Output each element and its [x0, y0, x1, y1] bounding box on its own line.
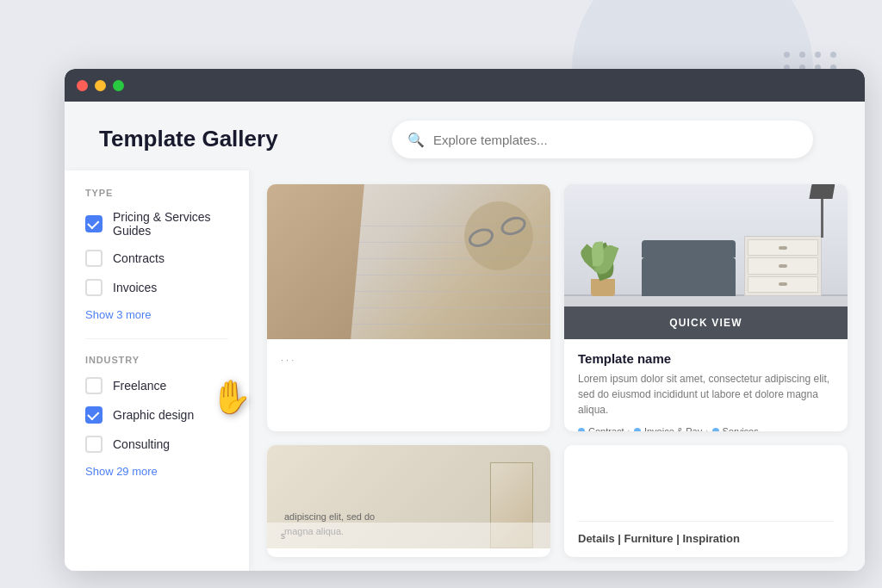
industry-show-more[interactable]: Show 29 more [85, 465, 228, 478]
tag-dot-invoice [634, 428, 641, 431]
browser-content: Template Gallery 🔍 TYPE Pricing & Servic… [65, 102, 865, 571]
drawer-3 [748, 276, 818, 293]
industry-section-label: INDUSTRY [85, 355, 228, 365]
filter-item-graphic-design[interactable]: Graphic design [85, 406, 228, 424]
type-section-label: TYPE [85, 188, 228, 198]
quick-view-label: QUICK VIEW [669, 317, 742, 329]
card-3-image: adipiscing elit, sed domagna aliqua. s [267, 445, 550, 548]
card-4[interactable]: Details | Furniture | Inspiration [564, 445, 848, 557]
main-content: · · · [250, 170, 865, 571]
search-icon: 🔍 [407, 132, 425, 148]
drawer-2 [748, 257, 818, 274]
traffic-light-red[interactable] [77, 80, 88, 91]
quick-view-overlay[interactable]: QUICK VIEW [564, 306, 848, 339]
filter-item-pricing[interactable]: Pricing & Services Guides [85, 210, 228, 238]
dresser-drawers [745, 237, 821, 295]
sofa-back [642, 240, 736, 257]
checkbox-freelance[interactable] [85, 377, 102, 394]
plant-pot [591, 279, 615, 296]
plant-decoration [590, 227, 616, 296]
lamp-pole [821, 190, 823, 238]
search-input[interactable] [433, 133, 798, 147]
page-title: Template Gallery [99, 126, 278, 152]
dresser-decoration [744, 236, 822, 296]
tag-dot-services [712, 428, 719, 431]
card-1-image [267, 184, 550, 339]
type-show-more[interactable]: Show 3 more [85, 308, 228, 321]
card-1[interactable]: · · · [267, 184, 550, 431]
checkbox-pricing[interactable] [85, 215, 102, 232]
filter-label-graphic-design: Graphic design [113, 408, 194, 422]
search-bar: 🔍 [392, 121, 813, 158]
filter-divider [85, 338, 228, 339]
filter-label-freelance: Freelance [113, 379, 166, 393]
checkbox-consulting[interactable] [85, 436, 102, 453]
tag-arrow-1: › [628, 427, 630, 432]
card-2-body: Template name Lorem ipsum dolor sit amet… [564, 339, 848, 431]
tag-arrow-2: › [705, 427, 708, 432]
card-2-tags: Contract › Invoice & Pay › Services [578, 426, 834, 431]
browser-titlebar [65, 69, 865, 102]
tag-invoice: Invoice & Pay [644, 426, 702, 431]
lamp-head [809, 184, 835, 199]
checkbox-graphic-design[interactable] [85, 406, 102, 424]
traffic-light-yellow[interactable] [95, 80, 106, 91]
sofa-decoration [642, 257, 736, 296]
filter-panel: TYPE Pricing & Services Guides Contracts… [65, 170, 250, 571]
card-4-label: Details | Furniture | Inspiration [578, 521, 834, 545]
card-3[interactable]: adipiscing elit, sed domagna aliqua. s [267, 445, 550, 557]
plant-leaves [581, 227, 624, 279]
checkbox-invoices[interactable] [85, 279, 102, 296]
filter-label-pricing: Pricing & Services Guides [113, 210, 228, 238]
tag-services: Services [723, 426, 759, 431]
tag-dot-contract [578, 428, 585, 431]
filter-item-invoices[interactable]: Invoices [85, 279, 228, 296]
card-2-image: QUICK VIEW [564, 184, 848, 339]
filter-label-consulting: Consulting [113, 437, 170, 451]
card-2-description: Lorem ipsum dolor sit amet, consectetur … [578, 371, 834, 418]
checkbox-contracts[interactable] [85, 250, 102, 267]
filter-label-invoices: Invoices [113, 281, 157, 294]
card-2[interactable]: QUICK VIEW Template name Lorem ipsum dol… [564, 184, 848, 431]
tag-contract: Contract [588, 426, 624, 431]
filter-item-consulting[interactable]: Consulting [85, 436, 228, 453]
drawer-1 [748, 239, 818, 256]
filter-label-contracts: Contracts [113, 251, 165, 265]
filter-item-contracts[interactable]: Contracts [85, 250, 228, 267]
card-4-body: Details | Furniture | Inspiration [564, 445, 848, 557]
card-1-body: · · · [267, 339, 550, 377]
filter-item-freelance[interactable]: Freelance [85, 377, 228, 394]
traffic-light-green[interactable] [113, 80, 124, 91]
browser-window: Template Gallery 🔍 TYPE Pricing & Servic… [65, 69, 865, 571]
card-2-title: Template name [578, 351, 834, 366]
